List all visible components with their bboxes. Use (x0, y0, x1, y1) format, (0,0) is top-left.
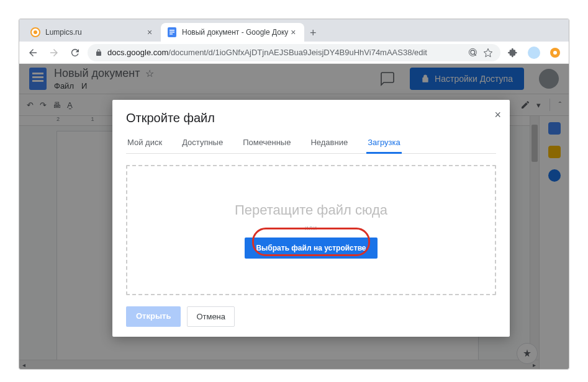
bookmark-star-icon[interactable] (483, 48, 493, 58)
back-button[interactable] (24, 44, 42, 61)
address-bar: docs.google.com/document/d/1ioGNfxAjDTjn… (19, 42, 569, 64)
dropzone-or-label: или (305, 224, 317, 231)
svg-point-7 (469, 48, 476, 56)
open-file-dialog: Откройте файл × Мой диск Доступные Помеч… (112, 100, 510, 337)
tab-title: Новый документ - Google Доку (182, 28, 288, 37)
omnibox[interactable]: docs.google.com/document/d/1ioGNfxAjDTjn… (88, 44, 500, 61)
tab-starred[interactable]: Помеченные (242, 134, 292, 153)
browser-tab-docs[interactable]: Новый документ - Google Доку × (161, 23, 304, 42)
tab-my-drive[interactable]: Мой диск (126, 134, 163, 153)
favicon-docs-icon (167, 27, 177, 37)
new-tab-button[interactable]: + (304, 24, 322, 42)
extension-gear-icon[interactable] (546, 44, 564, 61)
tab-recent[interactable]: Недавние (309, 134, 349, 153)
tab-strip: Lumpics.ru × Новый документ - Google Док… (19, 19, 569, 42)
tab-close-icon[interactable]: × (288, 27, 298, 37)
dropzone-label: Перетащите файл сюда (235, 202, 387, 218)
profile-avatar-icon[interactable] (525, 44, 543, 61)
svg-rect-4 (170, 32, 174, 33)
svg-rect-3 (170, 30, 174, 31)
close-dialog-button[interactable]: × (494, 109, 501, 122)
lock-icon (95, 48, 102, 57)
extensions-icon[interactable] (504, 44, 522, 61)
tab-title: Lumpics.ru (45, 28, 145, 37)
forward-button[interactable] (45, 44, 63, 61)
open-button[interactable]: Открыть (126, 306, 181, 327)
select-file-button[interactable]: Выбрать файл на устройстве (245, 238, 377, 259)
dialog-footer: Открыть Отмена (126, 306, 496, 327)
upload-dropzone[interactable]: Перетащите файл сюда или Выбрать файл на… (126, 165, 496, 295)
tab-upload[interactable]: Загрузка (366, 134, 402, 153)
svg-point-6 (471, 50, 475, 55)
search-in-page-icon[interactable] (468, 48, 478, 58)
reload-button[interactable] (66, 44, 84, 61)
url-text: docs.google.com/document/d/1ioGNfxAjDTjn… (107, 48, 463, 57)
browser-window: — ☐ ✕ Lumpics.ru × Новый документ - Goog… (19, 19, 569, 370)
svg-point-1 (34, 30, 37, 34)
svg-point-8 (528, 47, 540, 59)
svg-point-10 (553, 51, 557, 55)
browser-tab-lumpics[interactable]: Lumpics.ru × (24, 23, 161, 42)
dialog-tabs: Мой диск Доступные Помеченные Недавние З… (126, 134, 496, 154)
tab-close-icon[interactable]: × (145, 27, 155, 37)
svg-rect-5 (170, 33, 173, 35)
cancel-button[interactable]: Отмена (187, 306, 235, 327)
favicon-lumpics-icon (30, 27, 40, 37)
dialog-title: Откройте файл (126, 111, 496, 125)
tab-shared[interactable]: Доступные (181, 134, 224, 153)
